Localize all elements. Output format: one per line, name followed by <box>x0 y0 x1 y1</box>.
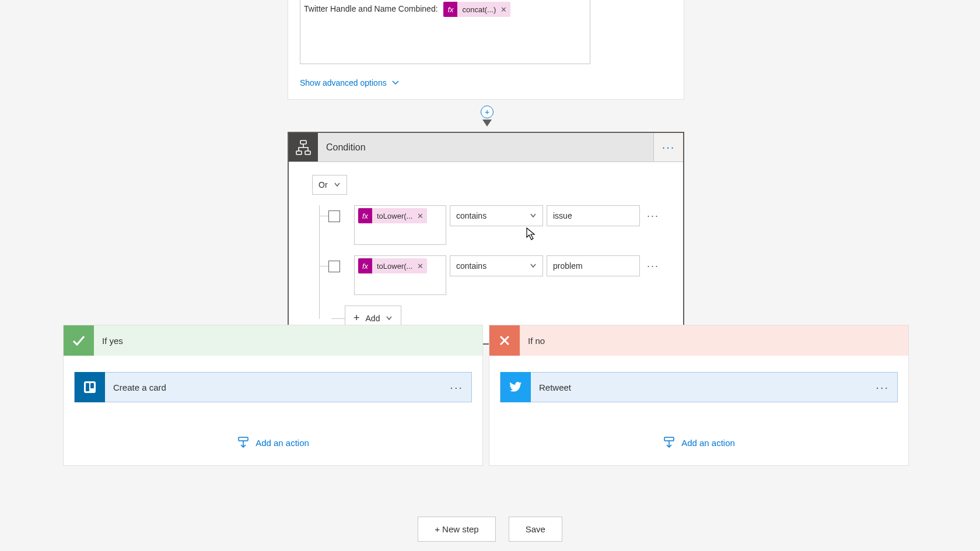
new-step-button[interactable]: + New step <box>418 517 495 542</box>
token-remove-icon[interactable]: ✕ <box>417 262 424 271</box>
check-icon <box>64 325 94 356</box>
token-label: toLower(... <box>377 262 412 271</box>
branch-label: If yes <box>94 336 123 346</box>
fx-icon: fx <box>358 258 372 273</box>
action-title: Create a card <box>105 382 450 392</box>
show-advanced-options-link[interactable]: Show advanced options <box>300 78 400 87</box>
expression-token-tolower[interactable]: fx toLower(... ✕ <box>358 258 427 273</box>
svg-rect-1 <box>296 151 302 155</box>
chevron-down-icon <box>530 212 537 219</box>
rule-menu-button[interactable]: ··· <box>647 210 659 222</box>
add-step-between-button[interactable]: + <box>481 106 494 118</box>
condition-icon <box>289 133 318 162</box>
fx-icon: fx <box>358 208 372 223</box>
twitter-icon <box>501 372 531 402</box>
logic-operator-select[interactable]: Or <box>312 175 347 195</box>
condition-menu-button[interactable]: ··· <box>654 133 683 162</box>
close-icon <box>489 325 520 356</box>
save-button[interactable]: Save <box>509 517 562 542</box>
add-action-icon <box>663 436 676 449</box>
if-no-branch: If no Retweet ··· Add an action <box>489 325 909 466</box>
arrow-down-icon <box>482 120 492 127</box>
create-card-action[interactable]: Create a card ··· <box>74 372 472 402</box>
trello-icon <box>75 372 105 402</box>
svg-rect-7 <box>664 437 674 441</box>
branch-label: If no <box>520 336 545 346</box>
rule-checkbox[interactable] <box>328 210 340 222</box>
rule-expression-box[interactable]: fx toLower(... ✕ <box>354 205 446 245</box>
fx-icon: fx <box>443 2 457 17</box>
plus-icon: + <box>354 312 360 324</box>
condition-rule-row: fx toLower(... ✕ contains ··· <box>324 205 670 245</box>
svg-rect-5 <box>90 383 94 388</box>
svg-rect-4 <box>86 383 89 391</box>
if-yes-branch: If yes Create a card ··· Add an action <box>63 325 483 466</box>
condition-card: Condition ··· Or fx toLower(... ✕ <box>288 132 684 345</box>
rule-operator-select[interactable]: contains <box>450 205 543 226</box>
condition-rule-row: fx toLower(... ✕ contains ··· <box>324 255 670 295</box>
chevron-down-icon <box>530 262 537 269</box>
field-label: Twitter Handle and Name Combined: <box>304 4 438 13</box>
footer-buttons: + New step Save <box>0 517 980 542</box>
token-remove-icon[interactable]: ✕ <box>417 212 424 220</box>
condition-title[interactable]: Condition <box>318 133 654 162</box>
expression-token-concat[interactable]: fx concat(...) ✕ <box>443 2 510 17</box>
expression-token-tolower[interactable]: fx toLower(... ✕ <box>358 208 427 223</box>
token-label: concat(...) <box>462 5 496 14</box>
add-action-icon <box>237 436 250 449</box>
add-action-link[interactable]: Add an action <box>500 436 898 449</box>
rule-value-input[interactable] <box>547 205 640 226</box>
add-action-link[interactable]: Add an action <box>74 436 472 449</box>
rule-value-input[interactable] <box>547 255 640 276</box>
rule-menu-button[interactable]: ··· <box>647 260 659 272</box>
retweet-action[interactable]: Retweet ··· <box>500 372 898 402</box>
svg-rect-6 <box>239 437 248 441</box>
action-menu-button[interactable]: ··· <box>876 381 897 394</box>
chevron-down-icon <box>386 315 393 322</box>
rule-checkbox[interactable] <box>328 261 340 272</box>
action-title: Retweet <box>531 382 876 392</box>
token-label: toLower(... <box>377 212 412 220</box>
svg-rect-0 <box>300 141 306 144</box>
previous-action-card: Twitter Handle and Name Combined: fx con… <box>288 0 684 100</box>
chevron-down-icon <box>334 181 341 188</box>
flow-connector: + <box>481 106 494 127</box>
chevron-down-icon <box>391 79 400 87</box>
rule-operator-select[interactable]: contains <box>450 255 543 276</box>
token-remove-icon[interactable]: ✕ <box>501 5 507 14</box>
field-value-box[interactable]: Twitter Handle and Name Combined: fx con… <box>300 0 590 64</box>
svg-rect-2 <box>305 151 310 155</box>
rule-expression-box[interactable]: fx toLower(... ✕ <box>354 255 446 295</box>
action-menu-button[interactable]: ··· <box>450 381 471 394</box>
